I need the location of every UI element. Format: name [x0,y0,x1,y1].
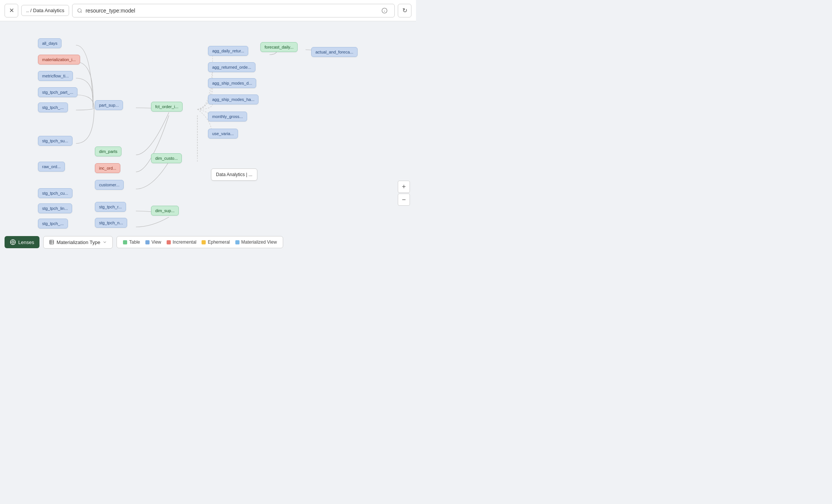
legend-materialized-view-dot [235,240,240,244]
node-inc-ord[interactable]: inc_ord... [95,163,120,173]
zoom-out-button[interactable]: − [398,194,410,206]
node-metricflow[interactable]: metricflow_ti... [38,71,73,81]
legend-materialized-view: Materialized View [235,239,277,245]
node-actual-foreca[interactable]: actual_and_foreca... [311,47,358,57]
zoom-in-button[interactable]: + [398,181,410,193]
node-fct-order-i[interactable]: fct_order_i... [151,102,183,112]
search-icon [77,8,82,13]
chevron-down-icon [102,240,107,244]
top-bar: ✕ .. / Data Analytics ↻ [0,0,416,21]
node-all-days[interactable]: all_days [38,38,61,48]
node-agg-ship-h[interactable]: agg_ship_modes_ha... [208,94,258,104]
node-dim-parts[interactable]: dim_parts [95,146,121,156]
node-stg-tpch-n[interactable]: stg_tpch_n... [95,218,127,228]
legend-table-dot [123,240,127,244]
search-input[interactable] [85,8,376,14]
node-mat-i[interactable]: materialization_i... [38,55,80,65]
legend-incremental: Incremental [167,239,197,245]
legend-table: Table [123,239,140,245]
close-button[interactable]: ✕ [5,4,18,17]
legend-ephemeral-dot [202,240,206,244]
node-stg-tpch-su[interactable]: stg_tpch_su... [38,136,72,146]
legend-ephemeral: Ephemeral [202,239,230,245]
legend-view: View [145,239,161,245]
info-button[interactable] [379,5,390,16]
node-raw-ord[interactable]: raw_ord... [38,162,65,172]
legend-view-dot [145,240,150,244]
bottom-bar: Lenses Materialization Type Table View I… [0,232,416,252]
node-data-analytics-group[interactable]: Data Analytics | ... [211,169,257,181]
node-stg-tpch-part[interactable]: stg_tpch_part_... [38,87,77,97]
node-use-varia[interactable]: use_varia... [208,129,238,139]
legend: Table View Incremental Ephemeral Materia… [117,236,283,248]
node-agg-ship-d[interactable]: agg_ship_modes_d... [208,78,256,88]
node-stg-tpch-cu[interactable]: stg_tpch_cu... [38,188,72,198]
node-stg-tpch-lin[interactable]: stg_tpch_lin... [38,203,72,213]
node-customer1[interactable]: customer... [95,180,124,190]
search-bar [72,4,395,17]
node-stg-tpch2[interactable]: stg_tpch_... [38,219,68,228]
node-dim-sup[interactable]: dim_sup... [151,206,179,216]
node-agg-daily[interactable]: agg_daily_retur... [208,46,248,56]
svg-rect-10 [50,240,54,244]
node-stg-tpch-r[interactable]: stg_tpch_r... [95,202,126,212]
info-icon [381,8,388,14]
table-icon [49,239,54,245]
lenses-button[interactable]: Lenses [5,236,39,248]
node-stg-tpch[interactable]: stg_tpch_... [38,102,68,112]
materialization-type-button[interactable]: Materialization Type [43,236,113,249]
refresh-button[interactable]: ↻ [398,4,411,17]
svg-point-0 [78,8,81,12]
node-part-sup[interactable]: part_sup... [95,100,123,110]
legend-incremental-dot [167,240,171,244]
node-agg-returned[interactable]: agg_returned_orde... [208,62,255,72]
node-monthly-gross[interactable]: monthly_gross... [208,112,247,121]
node-forecast-daily[interactable]: forecast_daily... [260,42,298,52]
breadcrumb-button[interactable]: .. / Data Analytics [21,5,69,16]
node-dim-custo1[interactable]: dim_custo... [151,153,182,163]
zoom-controls: + − [398,181,410,206]
lenses-icon [10,239,16,245]
canvas-area: all_days materialization_i... metricflow… [0,21,416,232]
svg-point-4 [12,241,14,243]
